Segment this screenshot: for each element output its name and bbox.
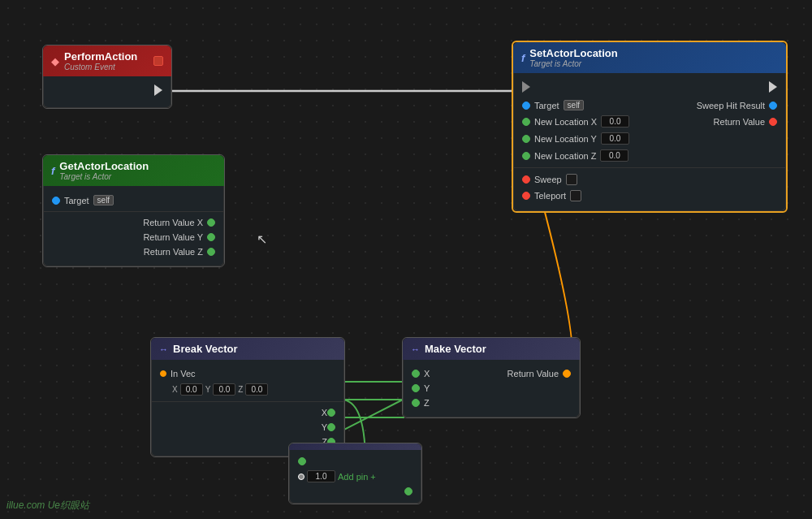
set-teleport-checkbox[interactable]	[570, 190, 581, 201]
set-actor-location-node: f SetActorLocation Target is Actor Targe…	[512, 41, 788, 213]
break-y-row: Y	[152, 420, 343, 435]
set-actor-location-icon: f	[521, 52, 525, 64]
set-sweep-label: Sweep	[534, 175, 562, 184]
perform-action-title: PerformAction	[64, 50, 137, 63]
set-self-badge: self	[564, 100, 585, 110]
set-teleport-label: Teleport	[534, 191, 566, 201]
set-new-loc-y-row: New Location Y	[514, 130, 785, 147]
make-x-row: X Return Value	[404, 366, 579, 381]
add-in1-pin[interactable]	[298, 457, 306, 465]
add-pin-plus[interactable]: +	[370, 472, 375, 482]
get-actor-location-icon: f	[51, 165, 54, 177]
get-return-y-pin[interactable]	[207, 233, 215, 241]
set-exec-out-pin[interactable]	[769, 81, 777, 93]
break-vec-x-label: X	[172, 385, 178, 394]
add-value-input[interactable]	[307, 470, 335, 482]
break-vec-z-input[interactable]	[245, 383, 268, 396]
get-actor-location-header: f GetActorLocation Target is Actor	[43, 155, 224, 186]
make-y-pin[interactable]	[412, 384, 420, 392]
add-out-pin[interactable]	[404, 487, 412, 495]
set-new-loc-z-row: New Location Z	[514, 147, 785, 164]
get-target-row: Target self	[44, 192, 223, 208]
get-return-y-label: Return Value Y	[143, 232, 203, 242]
get-return-z-pin[interactable]	[207, 248, 215, 256]
break-vec-inputs: X Y Z	[172, 383, 268, 396]
set-sweep-checkbox[interactable]	[566, 174, 577, 185]
set-actor-location-header: f SetActorLocation Target is Actor	[513, 42, 786, 73]
set-new-loc-y-input[interactable]	[601, 132, 629, 145]
perform-action-node: ◆ PerformAction Custom Event	[42, 45, 172, 109]
add-node-body: Add pin +	[289, 450, 421, 504]
set-new-loc-y-label: New Location Y	[534, 134, 597, 144]
perform-action-body	[43, 76, 171, 108]
break-vector-title: Break Vector	[173, 343, 238, 355]
break-x-pin[interactable]	[327, 409, 335, 417]
get-return-x-pin[interactable]	[207, 218, 215, 227]
break-invec-row: In Vec	[152, 366, 343, 381]
break-x-row: X	[152, 405, 343, 420]
set-new-loc-y-pin[interactable]	[522, 135, 530, 143]
make-y-label: Y	[424, 383, 430, 393]
add-out-row	[290, 485, 421, 498]
add-value-row: Add pin +	[290, 468, 421, 485]
get-return-y-row: Return Value Y	[44, 230, 223, 244]
break-vector-icon: ↔	[159, 344, 168, 354]
break-vec-y-input[interactable]	[213, 383, 235, 396]
make-vector-header: ↔ Make Vector	[403, 338, 580, 360]
make-vector-node: ↔ Make Vector X Return Value Y Z	[402, 337, 581, 418]
set-return-label: Return Value	[714, 117, 765, 127]
get-target-pin[interactable]	[52, 197, 60, 205]
add-node-header	[289, 443, 421, 450]
make-y-row: Y	[404, 381, 579, 396]
perform-action-icon: ◆	[51, 55, 59, 67]
set-teleport-pin[interactable]	[522, 192, 530, 200]
break-vec-x-input[interactable]	[180, 383, 203, 396]
break-invec-label: In Vec	[171, 369, 196, 378]
get-return-x-label: Return Value X	[143, 218, 203, 227]
set-new-loc-x-pin[interactable]	[522, 118, 530, 126]
get-self-badge: self	[93, 195, 114, 205]
break-y-label: Y	[322, 422, 327, 432]
break-y-pin[interactable]	[327, 423, 335, 431]
set-sweep-hit-pin[interactable]	[769, 102, 777, 110]
make-vector-title: Make Vector	[425, 343, 486, 355]
watermark: illue.com Ue织眼站	[6, 499, 89, 513]
set-target-pin[interactable]	[522, 102, 530, 110]
add-in1-row	[290, 455, 421, 468]
set-actor-location-body: Target self Sweep Hit Result New Locatio…	[513, 73, 786, 211]
set-sweep-row: Sweep	[514, 171, 785, 188]
add-node: Add pin +	[288, 443, 422, 504]
set-sweep-pin[interactable]	[522, 175, 530, 184]
make-z-pin[interactable]	[412, 399, 420, 407]
set-new-loc-z-input[interactable]	[600, 149, 628, 162]
get-actor-location-node: f GetActorLocation Target is Actor Targe…	[42, 154, 225, 267]
cursor-indicator: ↖	[257, 231, 267, 247]
get-target-label: Target	[64, 196, 89, 205]
make-z-row: Z	[404, 396, 579, 410]
set-new-loc-z-pin[interactable]	[522, 152, 530, 160]
break-x-label: X	[322, 408, 327, 417]
break-invec-pin[interactable]	[160, 370, 166, 377]
set-target-label: Target	[534, 101, 559, 110]
get-actor-location-body: Target self Return Value X Return Value …	[43, 186, 224, 266]
set-target-row: Target self Sweep Hit Result	[514, 97, 785, 113]
get-actor-location-subtitle: Target is Actor	[59, 172, 149, 181]
add-eye-pin[interactable]	[298, 474, 304, 480]
make-return-pin[interactable]	[563, 370, 571, 378]
set-return-pin[interactable]	[769, 118, 777, 126]
perform-action-subtitle: Custom Event	[64, 63, 137, 71]
break-vector-node: ↔ Break Vector In Vec X Y Z X Y	[150, 337, 345, 457]
make-vector-body: X Return Value Y Z	[403, 360, 580, 417]
break-vector-header: ↔ Break Vector	[151, 338, 344, 360]
set-new-loc-x-input[interactable]	[601, 115, 629, 128]
set-exec-in-pin[interactable]	[522, 81, 530, 93]
break-vec-inputs-row: X Y Z	[152, 381, 343, 398]
get-actor-location-title: GetActorLocation	[59, 160, 149, 172]
make-x-label: X	[424, 369, 430, 378]
exec-out-pin[interactable]	[154, 84, 162, 96]
break-vec-y-label: Y	[205, 385, 211, 394]
make-x-pin[interactable]	[412, 370, 420, 378]
set-sweep-hit-label: Sweep Hit Result	[697, 101, 765, 110]
set-actor-location-title: SetActorLocation	[529, 47, 617, 59]
set-new-loc-x-row: New Location X Return Value	[514, 113, 785, 130]
